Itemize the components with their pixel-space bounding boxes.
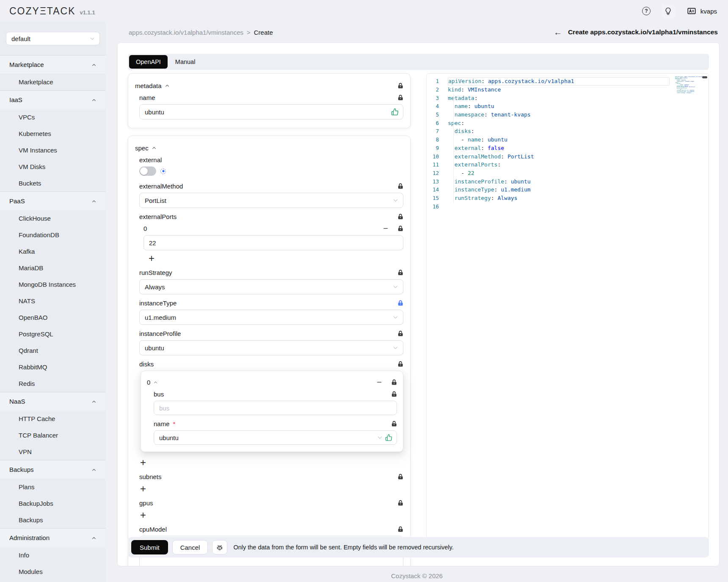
- sidebar-section-iaas[interactable]: IaaS: [0, 90, 106, 109]
- add-gpu-button[interactable]: +: [140, 510, 151, 521]
- sidebar-item-qdrant[interactable]: Qdrant: [0, 342, 106, 359]
- line-code: spec:: [448, 119, 670, 127]
- sidebar-item-kubernetes[interactable]: Kubernetes: [0, 125, 106, 142]
- externalMethod-select[interactable]: PortList: [139, 193, 403, 208]
- instanceProfile-label-row: instanceProfile: [139, 328, 403, 338]
- sidebar-item-backups[interactable]: Backups: [0, 512, 106, 528]
- back-button[interactable]: ←: [554, 28, 562, 36]
- externalPorts-0-input[interactable]: 22: [143, 235, 403, 250]
- line-code: metadata:: [448, 94, 670, 102]
- unlock-icon[interactable]: [391, 421, 397, 427]
- namespace-select[interactable]: default: [6, 32, 100, 45]
- unlock-icon[interactable]: [397, 94, 403, 101]
- sidebar-item-vm-instances[interactable]: VM Instances: [0, 142, 106, 158]
- disk-bus-input[interactable]: bus: [154, 401, 397, 415]
- sidebar-item-vpn[interactable]: VPN: [0, 443, 106, 460]
- unlock-icon[interactable]: [391, 391, 397, 397]
- unlock-icon[interactable]: [391, 379, 397, 385]
- yaml-editor[interactable]: 1apiVersion: apps.cozystack.io/v1alpha12…: [426, 73, 709, 539]
- sidebar-section-administration[interactable]: Administration: [0, 528, 106, 547]
- sidebar-item-kafka[interactable]: Kafka: [0, 243, 106, 260]
- create-form-card: OpenAPI Manual metadata: [117, 42, 720, 566]
- form-hint-text: Only the data from the form will be sent…: [233, 544, 453, 551]
- sidebar-item-openbao[interactable]: OpenBAO: [0, 309, 106, 326]
- help-icon[interactable]: ?: [642, 7, 651, 15]
- line-code: externalMethod: PortList: [448, 152, 670, 161]
- sidebar-item-nats[interactable]: NATS: [0, 293, 106, 309]
- line-code: kind: VMInstance: [448, 86, 670, 94]
- externalPorts-item-index: 0: [143, 225, 147, 232]
- instanceProfile-select[interactable]: ubuntu: [139, 340, 403, 355]
- line-code: instanceType: u1.medium: [448, 186, 670, 194]
- submit-button[interactable]: Submit: [131, 540, 168, 554]
- remove-disk-button[interactable]: −: [377, 378, 382, 386]
- sidebar-item-mariadb[interactable]: MariaDB: [0, 260, 106, 276]
- cancel-button[interactable]: Cancel: [172, 540, 208, 554]
- disk-name-select[interactable]: ubuntu: [154, 430, 397, 445]
- externalPorts-item-row: 0 −: [143, 223, 403, 233]
- openapi-form: metadata name ubuntu: [128, 73, 411, 566]
- editor-line: 7 disks:: [427, 127, 709, 136]
- sidebar-item-mongodb-instances[interactable]: MongoDB Instances: [0, 276, 106, 293]
- sidebar-item-tcp-balancer[interactable]: TCP Balancer: [0, 427, 106, 443]
- sidebar-item-plans[interactable]: Plans: [0, 479, 106, 495]
- metadata-name-input[interactable]: ubuntu: [139, 104, 403, 119]
- sidebar-item-marketplace[interactable]: Marketplace: [0, 74, 106, 90]
- debug-button[interactable]: [212, 540, 227, 554]
- unlock-icon[interactable]: [397, 474, 403, 480]
- line-code: - 22: [448, 169, 670, 177]
- editor-line: 15 runStrategy: Always: [427, 194, 709, 202]
- editor-line: 10 externalMethod: PortList: [427, 152, 709, 161]
- add-port-button[interactable]: +: [149, 253, 160, 264]
- sidebar-item-foundationdb[interactable]: FoundationDB: [0, 227, 106, 243]
- unlock-icon[interactable]: [397, 213, 403, 220]
- unlock-icon[interactable]: [397, 330, 403, 337]
- thumbs-up-icon: [385, 434, 392, 441]
- unlock-icon[interactable]: [397, 526, 403, 532]
- unlock-icon[interactable]: [397, 500, 403, 506]
- sidebar-item-vpcs[interactable]: VPCs: [0, 109, 106, 125]
- unlock-icon[interactable]: [397, 361, 403, 367]
- subnets-label-row: subnets: [139, 471, 403, 482]
- theme-toggle-button[interactable]: [662, 4, 675, 18]
- disks-item-toggle[interactable]: 0: [147, 379, 158, 386]
- tab-manual[interactable]: Manual: [168, 55, 202, 69]
- editor-scrollbar-thumb[interactable]: [702, 76, 707, 78]
- line-code: namespace: tenant-kvaps: [448, 111, 670, 119]
- sidebar-section-naas[interactable]: NaaS: [0, 392, 106, 410]
- line-number: 12: [427, 170, 448, 176]
- unlock-icon[interactable]: [397, 225, 403, 232]
- editor-line: 4 name: ubuntu: [427, 102, 709, 111]
- add-subnet-button[interactable]: +: [140, 483, 151, 494]
- lock-icon[interactable]: [397, 300, 403, 306]
- add-disk-button[interactable]: +: [140, 457, 151, 468]
- line-number: 3: [427, 95, 448, 101]
- external-toggle[interactable]: [139, 166, 156, 176]
- editor-minimap[interactable]: apiVersion: apps.cozystack.io/v1alpha1ki…: [675, 76, 703, 94]
- sidebar-item-clickhouse[interactable]: ClickHouse: [0, 210, 106, 227]
- remove-port-button[interactable]: −: [383, 224, 388, 233]
- sidebar-section-backups[interactable]: Backups: [0, 460, 106, 479]
- sidebar-item-vm-disks[interactable]: VM Disks: [0, 158, 106, 175]
- sidebar-section-marketplace[interactable]: Marketplace: [0, 55, 106, 74]
- sidebar-item-buckets[interactable]: Buckets: [0, 175, 106, 191]
- instanceType-select[interactable]: u1.medium: [139, 310, 403, 325]
- sidebar-item-postgresql[interactable]: PostgreSQL: [0, 326, 106, 342]
- sidebar-item-backupjobs[interactable]: BackupJobs: [0, 495, 106, 512]
- sidebar-item-http-cache[interactable]: HTTP Cache: [0, 410, 106, 427]
- tab-openapi[interactable]: OpenAPI: [129, 55, 168, 69]
- sidebar-item-rabbitmq[interactable]: RabbitMQ: [0, 359, 106, 375]
- runStrategy-select[interactable]: Always: [139, 279, 403, 294]
- spec-section-toggle[interactable]: spec: [135, 144, 157, 152]
- sidebar-section-paas[interactable]: PaaS: [0, 191, 106, 210]
- sidebar-item-redis[interactable]: Redis: [0, 375, 106, 392]
- sidebar-item-info[interactable]: Info: [0, 547, 106, 563]
- user-menu[interactable]: kvaps: [686, 6, 717, 16]
- metadata-section-toggle[interactable]: metadata: [135, 82, 170, 89]
- bus-label-row: bus: [154, 389, 397, 399]
- unlock-icon[interactable]: [397, 183, 403, 189]
- unlock-icon[interactable]: [397, 83, 403, 89]
- sidebar-item-modules[interactable]: Modules: [0, 563, 106, 580]
- unlock-icon[interactable]: [397, 269, 403, 276]
- breadcrumb-resource-link[interactable]: apps.cozystack.io/v1alpha1/vminstances: [129, 29, 243, 36]
